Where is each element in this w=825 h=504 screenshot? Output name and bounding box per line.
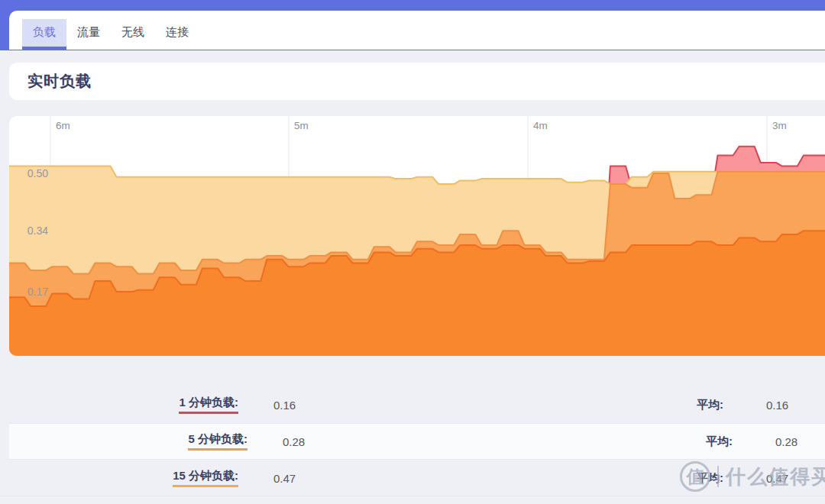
legend-avg-label-5min: 平均: xyxy=(706,435,733,449)
page-title: 实时负载 xyxy=(9,71,92,92)
legend-value-5min: 0.28 xyxy=(283,423,344,460)
tab-traffic[interactable]: 流量 xyxy=(66,11,111,50)
load-legend-table: 1 分钟负载: 0.16 平均: 0.16 5 分钟负载: 0.28 平均: 0… xyxy=(0,386,825,496)
legend-avg-value-5min: 0.28 xyxy=(775,423,825,460)
svg-text:4m: 4m xyxy=(533,120,548,131)
legend-label-1min: 1 分钟负载: xyxy=(179,396,238,414)
legend-label-15min: 15 分钟负载: xyxy=(173,469,238,487)
legend-avg-label-1min: 平均: xyxy=(697,398,723,412)
svg-text:0.17: 0.17 xyxy=(28,286,48,298)
tab-load-label: 负载 xyxy=(33,20,56,47)
title-card: 实时负载 xyxy=(9,63,825,100)
svg-text:0.34: 0.34 xyxy=(28,225,48,237)
legend-label-5min: 5 分钟负载: xyxy=(188,432,247,451)
tab-connections[interactable]: 连接 xyxy=(155,11,199,50)
svg-text:3m: 3m xyxy=(772,120,787,131)
svg-text:0.50: 0.50 xyxy=(28,167,48,179)
realtime-load-chart: 6m5m4m3m0.500.340.17 xyxy=(9,116,825,356)
load-chart-card: 6m5m4m3m0.500.340.17 xyxy=(9,116,825,356)
svg-text:5m: 5m xyxy=(294,120,309,131)
legend-row-1min: 1 分钟负载: 0.16 平均: 0.16 xyxy=(0,386,825,423)
tab-connections-label: 连接 xyxy=(166,18,189,50)
tab-bar: 负载 流量 无线 连接 xyxy=(9,11,825,50)
svg-text:6m: 6m xyxy=(56,120,70,131)
legend-value-1min: 0.16 xyxy=(273,386,335,423)
legend-row-15min: 15 分钟负载: 0.47 平均: 0.47 xyxy=(0,460,825,496)
legend-row-5min: 5 分钟负载: 0.28 平均: 0.28 xyxy=(9,423,825,460)
tab-traffic-label: 流量 xyxy=(77,18,100,50)
legend-avg-label-15min: 平均: xyxy=(697,471,723,486)
legend-avg-value-1min: 0.16 xyxy=(766,386,820,423)
tab-wireless[interactable]: 无线 xyxy=(111,11,155,50)
tab-wireless-label: 无线 xyxy=(121,18,144,50)
tab-load[interactable]: 负载 xyxy=(22,19,66,50)
legend-avg-value-15min: 0.47 xyxy=(766,460,820,496)
legend-value-15min: 0.47 xyxy=(273,460,335,496)
